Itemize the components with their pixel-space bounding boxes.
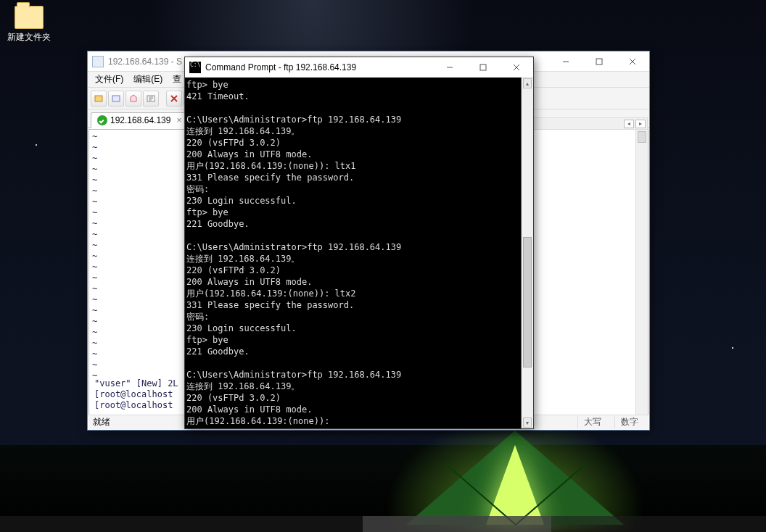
cmd-terminal[interactable]: ftp> bye 421 Timeout. C:\Users\Administr…: [185, 78, 533, 428]
menu-file[interactable]: 文件(F): [91, 72, 128, 87]
ssh-minimize-button[interactable]: [549, 51, 582, 72]
toolbar-button[interactable]: [143, 91, 159, 107]
cmd-close-button[interactable]: [500, 57, 533, 78]
cmd-app-icon: [189, 62, 201, 73]
nav-left-button[interactable]: ◂: [624, 120, 634, 128]
svg-rect-0: [596, 59, 602, 65]
terminal-pane[interactable]: ~ ~ ~ ~ ~ ~ ~ ~ ~ ~ ~ ~ ~ ~ ~ ~ ~ ~ ~ ~ …: [88, 129, 184, 415]
taskbar[interactable]: [0, 516, 766, 532]
vim-tildes: ~ ~ ~ ~ ~ ~ ~ ~ ~ ~ ~ ~ ~ ~ ~ ~ ~ ~ ~ ~ …: [89, 130, 184, 383]
session-tab-label: 192.168.64.139: [110, 115, 170, 125]
status-num: 数字: [614, 416, 644, 428]
session-tab[interactable]: 192.168.64.139 ×: [91, 112, 188, 128]
cmd-title: Command Prompt - ftp 192.168.64.139: [205, 62, 433, 72]
terminal-bottom-lines: "vuser" [New] 2L [root@localhost [root@l…: [91, 377, 181, 412]
desktop-folder-label: 新建文件夹: [6, 32, 52, 42]
ssh-close-button[interactable]: [616, 51, 649, 72]
cmd-scrollbar[interactable]: ▴ ▾: [521, 78, 533, 428]
scroll-down-button[interactable]: ▾: [523, 417, 532, 428]
toolbar-button[interactable]: [108, 91, 124, 107]
status-caps: 大写: [577, 416, 607, 428]
taskbar-item[interactable]: [363, 516, 551, 532]
command-prompt-window[interactable]: Command Prompt - ftp 192.168.64.139 ftp>…: [184, 57, 534, 429]
cmd-maximize-button[interactable]: [466, 57, 500, 78]
toolbar-button[interactable]: [91, 91, 107, 107]
svg-rect-2: [112, 96, 120, 101]
folder-icon: [15, 6, 44, 29]
tab-close-icon[interactable]: ×: [176, 115, 181, 125]
menu-search[interactable]: 查: [168, 72, 186, 87]
svg-rect-5: [480, 65, 486, 70]
cmd-titlebar[interactable]: Command Prompt - ftp 192.168.64.139: [185, 57, 533, 78]
scroll-thumb[interactable]: [523, 237, 532, 367]
svg-rect-1: [95, 96, 102, 101]
nav-right-button[interactable]: ▸: [635, 120, 646, 128]
desktop-folder[interactable]: 新建文件夹: [6, 6, 52, 42]
toolbar-disconnect-button[interactable]: [166, 91, 182, 107]
connected-icon: [97, 115, 107, 125]
status-left: 就绪: [93, 416, 110, 428]
cmd-output: ftp> bye 421 Timeout. C:\Users\Administr…: [186, 79, 529, 427]
panel-scrollbar[interactable]: [635, 130, 648, 415]
ssh-maximize-button[interactable]: [582, 51, 616, 72]
cmd-minimize-button[interactable]: [433, 57, 466, 78]
menu-edit[interactable]: 编辑(E): [129, 72, 167, 87]
toolbar-button[interactable]: [125, 91, 141, 107]
scroll-up-button[interactable]: ▴: [523, 78, 532, 88]
ssh-app-icon: [92, 56, 104, 67]
